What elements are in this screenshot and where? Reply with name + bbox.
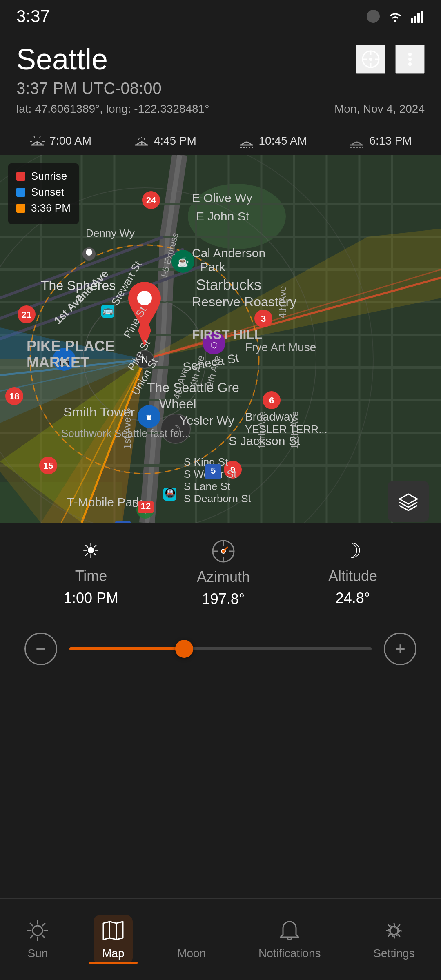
legend-sunrise-dot: [16, 172, 25, 181]
nav-moon-label: Moon: [177, 947, 206, 960]
gear-nav-icon: [383, 919, 405, 942]
sunset-time-value: 4:45 PM: [154, 134, 196, 147]
svg-line-19: [34, 136, 35, 138]
slider-increase-button[interactable]: +: [384, 633, 416, 665]
svg-rect-5: [421, 11, 423, 23]
nav-map[interactable]: Map: [94, 915, 133, 964]
nav-map-label: Map: [102, 947, 124, 960]
time-value: 1:00 PM: [64, 590, 118, 607]
bell-nav-icon: [278, 919, 301, 942]
civil-twilight-morning: 10:45 AM: [238, 134, 307, 148]
status-time: 3:37: [16, 7, 50, 26]
crosshair-button[interactable]: [356, 45, 385, 74]
nav-notifications[interactable]: Notifications: [250, 915, 329, 964]
header: Seattle 3:37 PM UTC-08: [0, 33, 441, 127]
svg-text:5: 5: [132, 497, 138, 510]
minus-icon: −: [36, 639, 46, 659]
svg-text:5: 5: [211, 466, 216, 476]
nav-settings[interactable]: Settings: [365, 915, 423, 964]
svg-text:12th Ave: 12th Ave: [289, 411, 300, 449]
time-col: ☀ Time 1:00 PM: [64, 539, 118, 607]
svg-text:E Olive Wy: E Olive Wy: [192, 191, 252, 205]
layers-button[interactable]: [388, 481, 429, 522]
nav-notifications-label: Notifications: [258, 947, 321, 960]
map-nav-icon: [102, 919, 125, 942]
svg-point-70: [137, 291, 152, 305]
sun-times-bar: 7:00 AM 4:45 PM 10:45 AM 6:13 PM: [0, 127, 441, 155]
svg-text:10th Ave: 10th Ave: [256, 411, 267, 449]
marker-transit-1: 🚌: [101, 305, 114, 318]
svg-text:3: 3: [261, 314, 266, 324]
civil-twilight-morning-value: 10:45 AM: [259, 134, 307, 147]
legend-sunrise: Sunrise: [16, 170, 71, 183]
wifi-icon: [387, 9, 403, 24]
marker-18: 18: [5, 387, 23, 405]
slider-thumb[interactable]: [175, 640, 193, 658]
slider-fill: [69, 647, 184, 650]
sunrise-time: 7:00 AM: [29, 134, 91, 148]
header-time: 3:37 PM UTC-08:00: [16, 79, 425, 98]
marker-6: 6: [263, 391, 281, 409]
slider-decrease-button[interactable]: −: [24, 633, 57, 665]
header-date: Mon, Nov 4, 2024: [334, 102, 425, 116]
svg-text:Yesler Wy: Yesler Wy: [180, 414, 234, 427]
notification-dot-icon: [366, 9, 381, 24]
svg-text:☕: ☕: [177, 256, 189, 268]
city-name: Seattle: [16, 42, 108, 76]
svg-line-24: [138, 138, 139, 140]
svg-point-12: [408, 53, 412, 56]
svg-text:12: 12: [141, 501, 151, 511]
svg-text:18: 18: [9, 391, 19, 401]
svg-text:Park: Park: [200, 260, 226, 274]
header-actions: [356, 45, 425, 74]
altitude-label: Altitude: [328, 568, 377, 585]
nav-settings-label: Settings: [373, 947, 414, 960]
legend-sunset-dot: [16, 188, 25, 197]
slider-row: − +: [0, 616, 441, 682]
svg-point-162: [33, 926, 42, 935]
nav-sun[interactable]: Sun: [18, 915, 57, 964]
azimuth-value: 197.8°: [202, 590, 245, 608]
svg-rect-3: [414, 16, 416, 23]
svg-text:6: 6: [269, 395, 274, 405]
civil-twilight-evening-icon: [349, 134, 365, 148]
azimuth-label: Azimuth: [197, 568, 250, 586]
svg-point-174: [390, 927, 398, 935]
svg-text:T-Mobile Park: T-Mobile Park: [67, 495, 143, 509]
header-coords: lat: 47.6061389°, long: -122.3328481°: [16, 102, 209, 116]
marker-transit-2: 🚇: [163, 488, 176, 501]
slider-track[interactable]: [69, 647, 372, 650]
svg-text:The Spheres: The Spheres: [41, 278, 116, 293]
marker-3: 3: [254, 310, 272, 327]
signal-icon: [410, 9, 425, 24]
svg-line-20: [40, 136, 40, 138]
svg-text:S Lane St: S Lane St: [184, 480, 231, 492]
nav-moon[interactable]: Moon: [169, 915, 214, 964]
marker-tower: ♜: [138, 405, 160, 428]
svg-text:Broadway: Broadway: [245, 410, 296, 423]
svg-text:Frye Art Muse: Frye Art Muse: [245, 341, 316, 354]
legend-sunset: Sunset: [16, 186, 71, 198]
svg-text:E John St: E John St: [196, 209, 249, 223]
marker-15: 15: [39, 457, 57, 474]
civil-twilight-morning-icon: [238, 134, 255, 148]
sun-time-icon: ☀: [82, 539, 100, 563]
sun-nav-icon: [26, 919, 49, 942]
svg-text:🚌: 🚌: [102, 305, 114, 316]
svg-text:S Dearborn St: S Dearborn St: [184, 492, 252, 505]
marker-21: 21: [18, 305, 36, 323]
time-label: Time: [75, 568, 107, 585]
more-options-button[interactable]: [395, 45, 425, 74]
map-legend: Sunrise Sunset 3:36 PM: [8, 163, 79, 224]
legend-sunset-label: Sunset: [31, 186, 64, 198]
svg-text:24: 24: [146, 195, 156, 205]
svg-line-168: [42, 935, 45, 938]
marker-24: 24: [142, 191, 160, 209]
svg-text:21: 21: [22, 310, 31, 320]
bottom-panel: ☀ Time 1:00 PM Azimuth 197.8° ☽ Altitude…: [0, 523, 441, 980]
sunset-time: 4:45 PM: [134, 134, 196, 148]
svg-text:Cal Anderson: Cal Anderson: [192, 246, 265, 260]
svg-point-11: [369, 58, 372, 61]
legend-current-time-dot: [16, 204, 25, 213]
moon-altitude-icon: ☽: [343, 539, 362, 563]
